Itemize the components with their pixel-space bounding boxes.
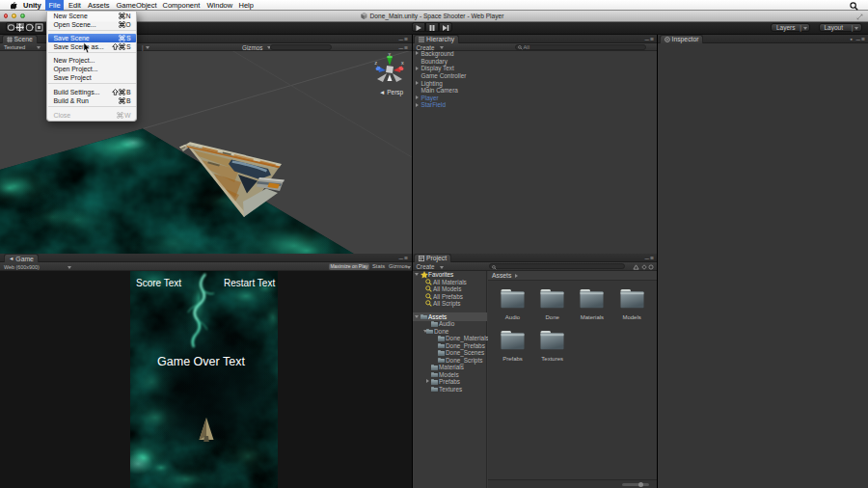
svg-text:Y: Y [389, 52, 392, 57]
svg-text:X: X [401, 61, 404, 66]
svg-text:◄ Persp: ◄ Persp [379, 89, 404, 96]
svg-text:Z: Z [375, 61, 378, 66]
